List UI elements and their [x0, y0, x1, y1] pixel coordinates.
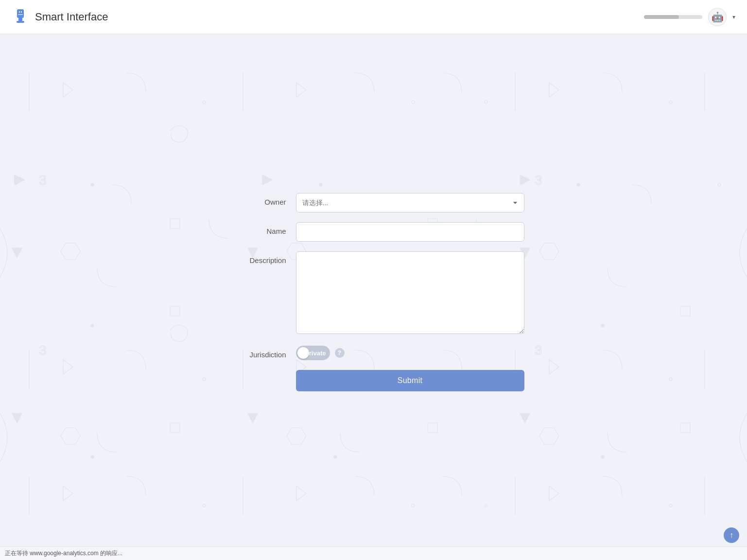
progress-fill	[644, 15, 679, 19]
progress-bar	[644, 15, 702, 19]
status-text: 正在等待 www.google-analytics.com 的响应...	[5, 549, 122, 558]
owner-select[interactable]: 请选择... User 1 User 2	[296, 193, 524, 212]
submit-control: Submit	[296, 370, 524, 391]
submit-row: Submit	[223, 370, 524, 391]
chevron-down-icon[interactable]: ▾	[732, 14, 735, 20]
jurisdiction-label: Jurisdiction	[223, 346, 296, 359]
svg-rect-4	[21, 11, 22, 13]
form-container: Owner 请选择... User 1 User 2 Name Descript…	[223, 183, 524, 411]
help-icon[interactable]: ?	[335, 348, 345, 358]
name-input[interactable]	[296, 222, 524, 242]
name-row: Name	[223, 222, 524, 242]
owner-row: Owner 请选择... User 1 User 2	[223, 193, 524, 212]
avatar[interactable]: 🤖	[708, 8, 727, 26]
header-left: Smart Interface	[12, 8, 108, 26]
app-header: Smart Interface 🤖 ▾	[0, 0, 747, 34]
app-logo	[12, 8, 29, 26]
svg-rect-1	[18, 18, 22, 21]
svg-rect-5	[18, 14, 23, 15]
header-right: 🤖 ▾	[644, 8, 735, 26]
owner-label: Owner	[223, 193, 296, 206]
name-control	[296, 222, 524, 242]
app-title: Smart Interface	[35, 11, 108, 23]
owner-control: 请选择... User 1 User 2	[296, 193, 524, 212]
submit-button[interactable]: Submit	[296, 370, 524, 391]
svg-rect-3	[19, 11, 20, 13]
description-textarea[interactable]	[296, 251, 524, 334]
description-row: Description	[223, 251, 524, 336]
jurisdiction-control: private ?	[296, 346, 524, 360]
svg-rect-2	[17, 21, 24, 23]
toggle-label: private	[305, 350, 326, 357]
scroll-top-icon: ↑	[730, 531, 733, 540]
jurisdiction-toggle-group: private ?	[296, 346, 524, 360]
description-label: Description	[223, 251, 296, 264]
status-bar: 正在等待 www.google-analytics.com 的响应...	[0, 546, 747, 560]
scroll-top-button[interactable]: ↑	[724, 527, 739, 543]
main-content: Owner 请选择... User 1 User 2 Name Descript…	[0, 34, 747, 560]
jurisdiction-toggle[interactable]: private	[296, 346, 330, 360]
svg-rect-0	[17, 9, 24, 18]
description-control	[296, 251, 524, 336]
jurisdiction-row: Jurisdiction private ?	[223, 346, 524, 360]
name-label: Name	[223, 222, 296, 235]
